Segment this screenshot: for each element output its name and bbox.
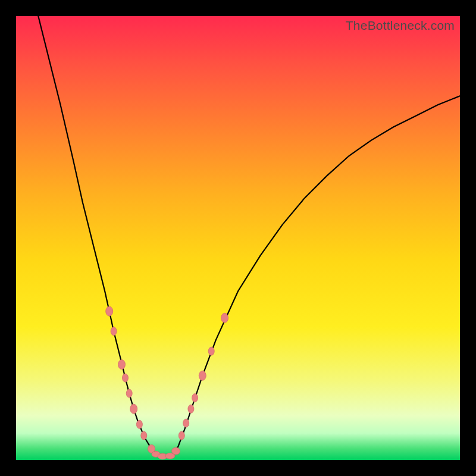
bead-marker	[106, 306, 113, 316]
bead-marker	[126, 389, 132, 397]
bead-marker	[172, 447, 180, 455]
bead-marker	[141, 431, 147, 440]
bead-marker	[178, 431, 184, 440]
bead-marker	[130, 404, 137, 414]
bead-group	[106, 306, 228, 459]
bead-marker	[199, 371, 206, 380]
bead-marker	[136, 420, 142, 428]
bead-marker	[221, 313, 228, 322]
bead-marker	[118, 360, 126, 369]
bead-marker	[111, 327, 117, 336]
bottleneck-curve	[38, 16, 460, 456]
bead-marker	[192, 394, 198, 402]
curve-layer	[16, 16, 460, 460]
bead-marker	[188, 405, 194, 413]
plot-area: TheBottleneck.com	[16, 16, 460, 460]
bead-marker	[123, 374, 129, 382]
bead-marker	[208, 347, 214, 355]
bead-marker	[183, 419, 189, 427]
